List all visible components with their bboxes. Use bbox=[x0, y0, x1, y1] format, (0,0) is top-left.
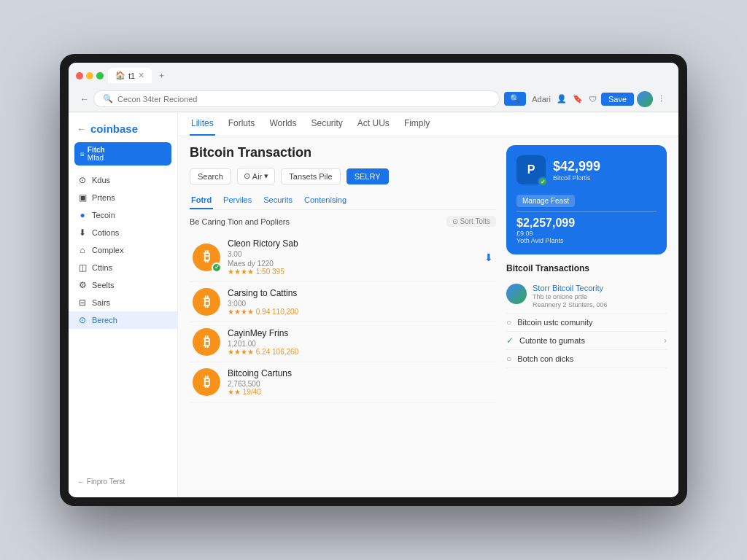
more-menu-icon[interactable]: ⋮ bbox=[656, 93, 667, 105]
tab-close-btn[interactable]: ✕ bbox=[138, 71, 144, 80]
manage-btn[interactable]: Manage Feast bbox=[516, 195, 575, 207]
sidebar-label-tecoin: Tecoin bbox=[92, 211, 115, 219]
action-btn[interactable]: SELRY bbox=[347, 168, 389, 184]
url-search-box[interactable]: 🔍 bbox=[93, 90, 500, 107]
main-content: Lilites Forluts Worlds Security Act UUs bbox=[178, 112, 678, 497]
side-section-title: Bitcoil Transactions bbox=[506, 263, 667, 273]
save-button[interactable]: Save bbox=[601, 93, 634, 106]
toolbar: Search ⊙ Air ▾ Tansets Pile SELRY bbox=[190, 168, 496, 184]
sort-btn[interactable]: ⊙ Sort Tolts bbox=[446, 216, 497, 227]
sidebar-label-kdus: Kdus bbox=[92, 176, 110, 184]
check-label-0: Bitcoin ustc comunity bbox=[517, 318, 592, 327]
list-item-2[interactable]: ₿ CayinMey Frins 1,201.00 ★★★★ 6.24 106,… bbox=[190, 322, 496, 362]
sidebar-label-complex: Complex bbox=[92, 246, 123, 254]
minimize-window-btn[interactable] bbox=[86, 72, 93, 79]
side-featured-item[interactable]: Storr Bitcoil Tecority Thb te onione prt… bbox=[506, 279, 667, 314]
side-item-title: Storr Bitcoil Tecority bbox=[533, 284, 667, 292]
app-layout: ← coinbase ≡ Fitch Mfad ⊙ Kdus bbox=[69, 112, 678, 497]
sub-tab-perviles[interactable]: Perviles bbox=[222, 192, 253, 209]
item-sub-1: 3:000 bbox=[228, 300, 493, 308]
sidebar-item-seelts[interactable]: ⚙ Seelts bbox=[69, 276, 177, 294]
content-area: Bitcoin Transaction Search ⊙ Air ▾ Tanse… bbox=[178, 136, 678, 497]
item-name-3: Bitcoing Cartuns bbox=[228, 368, 493, 378]
side-avatar bbox=[506, 284, 527, 304]
sidebar-item-berech[interactable]: ⊙ Berech bbox=[69, 311, 177, 329]
p-badge: ✓ bbox=[538, 176, 548, 187]
list-item[interactable]: ₿ ✓ Cleon Rictory Sab 3.00 Maes dy 1220 … bbox=[190, 233, 496, 282]
tab-act-uus[interactable]: Act UUs bbox=[356, 112, 391, 136]
item-stars-2: ★★★★ 6.24 106,260 bbox=[228, 348, 493, 356]
sidebar-item-sairs[interactable]: ⊟ Sairs bbox=[69, 294, 177, 311]
sidebar-logo: ← coinbase bbox=[69, 118, 177, 142]
person-icon[interactable]: 👤 bbox=[555, 93, 568, 105]
sidebar-item-cttins[interactable]: ◫ Cttins bbox=[69, 259, 177, 276]
sidebar-item-cotions[interactable]: ⬇ Cotions bbox=[69, 224, 177, 241]
list-item-3[interactable]: ₿ Bitcoing Cartuns 2,763,500 ★★ 19/40 bbox=[190, 362, 496, 402]
item-stars-0: ★★★★ 1:50 395 bbox=[228, 268, 477, 276]
sidebar: ← coinbase ≡ Fitch Mfad ⊙ Kdus bbox=[69, 112, 178, 497]
tab-security[interactable]: Security bbox=[310, 112, 344, 136]
sub-tab-securits[interactable]: Securits bbox=[262, 192, 294, 209]
item-sub2-0: Maes dy 1220 bbox=[228, 260, 477, 268]
items-list: ₿ ✓ Cleon Rictory Sab 3.00 Maes dy 1220 … bbox=[190, 233, 496, 489]
kdus-icon: ⊙ bbox=[77, 175, 88, 185]
close-window-btn[interactable] bbox=[76, 72, 83, 79]
nav-tabs: Lilites Forluts Worlds Security Act UUs bbox=[178, 112, 678, 136]
side-check-item-0[interactable]: ○ Bitcoin ustc comunity bbox=[506, 314, 667, 332]
side-check-item-1[interactable]: ✓ Cutonte to gumats › bbox=[506, 332, 667, 350]
bookmark-icon[interactable]: 🔖 bbox=[571, 93, 584, 105]
item-info-1: Carsing to Cattins 3:000 ★★★★ 0.94 110,2… bbox=[228, 288, 493, 316]
sairs-icon: ⊟ bbox=[77, 298, 88, 308]
item-sub-2: 1,201.00 bbox=[228, 340, 493, 348]
left-panel: Bitcoin Transaction Search ⊙ Air ▾ Tanse… bbox=[190, 145, 496, 489]
tab-worlds[interactable]: Worlds bbox=[268, 112, 298, 136]
filter-section[interactable]: ≡ Fitch Mfad bbox=[74, 142, 171, 166]
prtens-icon: ▣ bbox=[77, 192, 88, 203]
item-info-2: CayinMey Frins 1,201.00 ★★★★ 6.24 106,26… bbox=[228, 328, 493, 356]
shield-icon[interactable]: 🛡 bbox=[587, 93, 598, 105]
url-input[interactable] bbox=[117, 95, 490, 104]
bitcoin-icon-1: ₿ bbox=[193, 288, 220, 316]
page-title: Bitcoin Transaction bbox=[190, 145, 496, 160]
sidebar-item-kdus[interactable]: ⊙ Kdus bbox=[69, 171, 177, 189]
tab-lilites[interactable]: Lilites bbox=[190, 112, 215, 136]
search-submit-btn[interactable]: 🔍 bbox=[504, 92, 526, 106]
maximize-window-btn[interactable] bbox=[96, 72, 104, 79]
tab-fimply[interactable]: Fimply bbox=[403, 112, 431, 136]
list-item-1[interactable]: ₿ Carsing to Cattins 3:000 ★★★★ 0.94 110… bbox=[190, 282, 496, 322]
filter-icon: ≡ bbox=[80, 150, 85, 158]
item-info-3: Bitcoing Cartuns 2,763,500 ★★ 19/40 bbox=[228, 368, 493, 396]
sub-tab-fotrd[interactable]: Fotrd bbox=[190, 192, 213, 209]
sidebar-label-prtens: Prtens bbox=[92, 193, 115, 202]
item-stars-1: ★★★★ 0.94 110,200 bbox=[228, 308, 493, 316]
user-avatar[interactable] bbox=[637, 91, 653, 107]
filter-dropdown[interactable]: ⊙ Air ▾ bbox=[237, 168, 275, 184]
download-icon-0[interactable]: ⬇ bbox=[484, 252, 493, 263]
adari-label[interactable]: Adari bbox=[530, 93, 552, 105]
sidebar-footer[interactable]: ← Finpro Terst bbox=[69, 472, 177, 491]
browser-tab[interactable]: 🏠 t1 ✕ bbox=[108, 68, 152, 83]
sidebar-item-complex[interactable]: ⌂ Complex bbox=[69, 241, 177, 259]
filter-radio-icon: ⊙ bbox=[244, 171, 250, 181]
search-icon: 🔍 bbox=[103, 94, 113, 104]
address-bar: ← 🔍 🔍 Adari 👤 🔖 🛡 Save ⋮ bbox=[76, 88, 671, 112]
search-tool-btn[interactable]: Search bbox=[190, 168, 231, 184]
sidebar-back-btn[interactable]: ← bbox=[77, 124, 86, 134]
side-check-item-2[interactable]: ○ Botch con dicks bbox=[506, 350, 667, 368]
new-tab-btn[interactable]: ＋ bbox=[155, 67, 169, 84]
targets-btn[interactable]: Tansets Pile bbox=[281, 168, 340, 184]
back-btn[interactable]: ← bbox=[80, 94, 89, 104]
cotions-icon: ⬇ bbox=[77, 228, 88, 238]
sub-tab-contenising[interactable]: Contenising bbox=[303, 192, 348, 209]
sidebar-item-prtens[interactable]: ▣ Prtens bbox=[69, 189, 177, 206]
tab-forluts[interactable]: Forluts bbox=[227, 112, 257, 136]
main-price: $42,999 bbox=[553, 159, 600, 174]
bitcoin-icon-0: ₿ ✓ bbox=[193, 244, 220, 271]
sidebar-item-tecoin[interactable]: ● Tecoin bbox=[69, 206, 177, 224]
price-card-footer: $2,257,099 £9.09 Yoth Avid Plants bbox=[516, 211, 657, 244]
item-sub-3: 2,763,500 bbox=[228, 380, 493, 388]
complex-icon: ⌂ bbox=[77, 245, 88, 255]
sidebar-label-cttins: Cttins bbox=[92, 263, 112, 272]
bitcoin-badge-0: ✓ bbox=[212, 262, 222, 273]
side-item-sub1: Thb te onione prtle bbox=[533, 293, 667, 300]
